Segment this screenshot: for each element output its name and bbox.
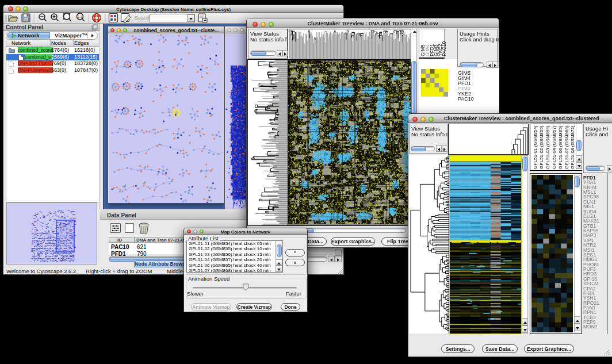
svg-text:1:1: 1:1 <box>78 15 82 18</box>
